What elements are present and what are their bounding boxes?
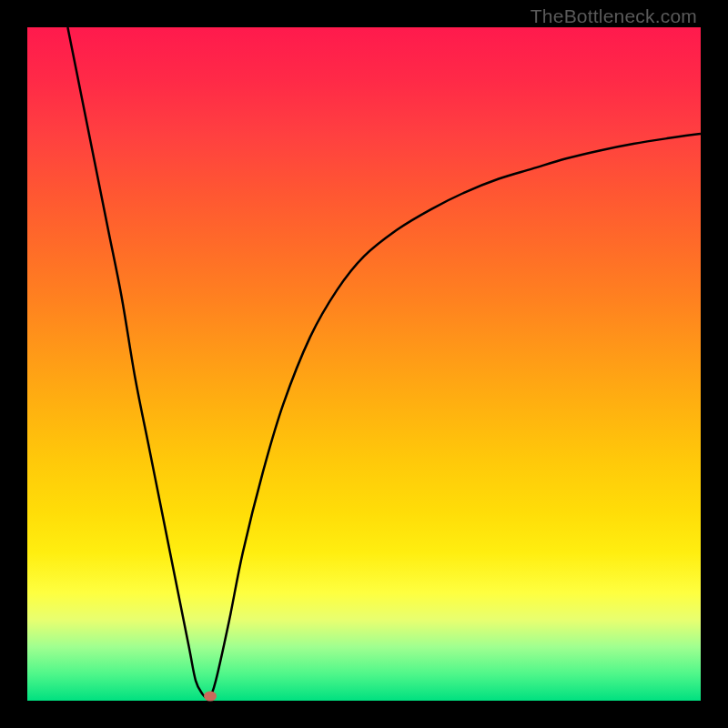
chart-frame: TheBottleneck.com	[0, 0, 728, 728]
plot-area	[27, 27, 701, 701]
minimum-marker-dot	[204, 691, 217, 701]
watermark-text: TheBottleneck.com	[531, 5, 697, 27]
